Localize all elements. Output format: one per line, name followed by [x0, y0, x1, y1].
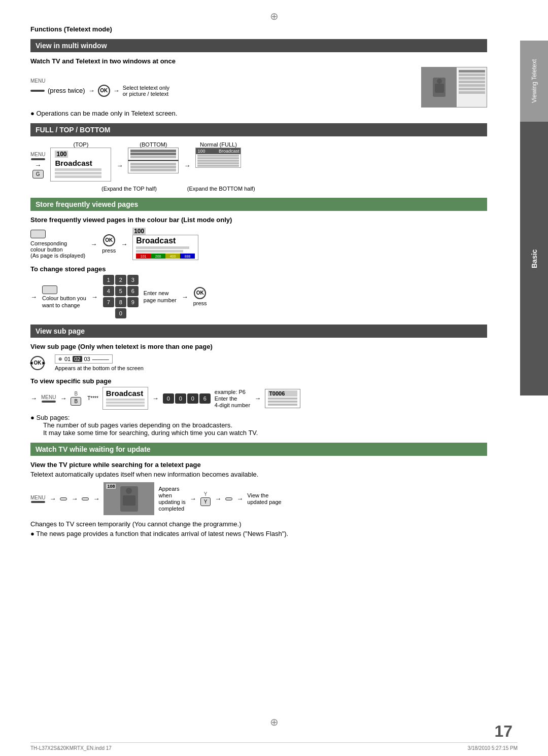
- ok-button-multi[interactable]: OK: [98, 85, 110, 97]
- digit-label: 4-digit number: [215, 402, 250, 408]
- key-5[interactable]: 5: [115, 286, 126, 296]
- right-sidebar: Viewing Teletext Basic: [520, 41, 548, 395]
- footer-left: TH-L37X2S&20KMRTX_EN.indd 17: [30, 745, 112, 751]
- broadcast-title-sp: Broadcast: [136, 236, 195, 245]
- broadcast-sub-box: Broadcast: [102, 387, 148, 410]
- corresponding-label: Corresponding: [30, 240, 85, 246]
- tv-illustration-wt: 108: [104, 482, 154, 515]
- digit-0-3[interactable]: 0: [187, 393, 198, 404]
- arrow-wt5: →: [215, 495, 221, 502]
- key-0[interactable]: 0: [115, 308, 126, 318]
- key-9[interactable]: 9: [127, 297, 139, 307]
- expand-bottom-label: (Expand the BOTTOM half): [187, 186, 255, 192]
- nav-btn-wt1[interactable]: [60, 497, 67, 500]
- colour-btn-you: Colour button you: [42, 295, 86, 301]
- view-multi-header: View in multi window: [30, 39, 487, 52]
- menu-button[interactable]: [30, 90, 45, 92]
- sub-page-nav-diagram: ◄OK► ⊕ 01 02 03 ——— Appears at the botto…: [30, 354, 487, 371]
- store-pages-note: (List mode only): [181, 216, 232, 224]
- key-4[interactable]: 4: [103, 286, 114, 296]
- functions-title: Functions (Teletext mode): [30, 25, 112, 33]
- crosshair-top: ⊕: [270, 10, 279, 22]
- crosshair-bottom: ⊕: [270, 716, 279, 728]
- change-stored-diagram: → Colour button you want to change → 1 2…: [30, 275, 487, 318]
- key-7[interactable]: 7: [103, 297, 114, 307]
- top-half-box: [128, 148, 179, 160]
- key-2[interactable]: 2: [115, 275, 126, 285]
- functions-title-section: Functions (Teletext mode): [30, 25, 487, 33]
- digit-6[interactable]: 6: [199, 393, 211, 404]
- expand-top-label: (Expand the TOP half): [101, 186, 157, 192]
- ftb-menu-label: MENU: [30, 152, 45, 157]
- page-wrapper: ⊕ Viewing Teletext Basic Functions (Tele…: [0, 0, 548, 756]
- as-page-label: (As page is displayed): [30, 253, 85, 259]
- nav-btn-wt2[interactable]: [82, 497, 89, 500]
- arrow-ftb2: →: [116, 162, 123, 169]
- ok-btn-ch[interactable]: OK: [194, 287, 206, 299]
- digit-0-1[interactable]: 0: [163, 393, 174, 404]
- t-label-ss: T****: [87, 395, 98, 401]
- arrow-ch2: →: [182, 293, 188, 301]
- digit-0-2[interactable]: 0: [175, 393, 186, 404]
- view-multi-section: View in multi window Watch TV and Telete…: [30, 39, 487, 117]
- arrow-wt2: →: [71, 495, 78, 502]
- specific-sub-diagram: → MENU → B B T**** Broadcast: [30, 387, 487, 410]
- colour-button-label: colour button: [30, 246, 85, 253]
- view-sub-page-section: View sub page View sub page (Only when t…: [30, 325, 487, 437]
- ok-btn-sp[interactable]: OK: [103, 234, 115, 246]
- arrow-ss3: →: [254, 394, 261, 402]
- arrow-ch1: →: [91, 293, 98, 301]
- or-label: or picture / teletext: [123, 91, 169, 97]
- menu-label: MENU: [30, 78, 45, 84]
- watch-tv-note: Teletext automatically updates itself wh…: [30, 471, 487, 478]
- page-footer: TH-L37X2S&20KMRTX_EN.indd 17 3/18/2010 5…: [30, 742, 518, 751]
- bottom-label: (BOTTOM): [140, 141, 167, 148]
- sidebar-basic: Basic: [520, 122, 548, 395]
- arrow-sp2: →: [121, 240, 127, 248]
- top-label: (TOP): [74, 141, 89, 148]
- example-label: example: P6: [215, 389, 250, 395]
- key-6[interactable]: 6: [127, 286, 139, 296]
- y-btn-wt[interactable]: Y: [200, 497, 211, 506]
- b-btn-ss[interactable]: B: [71, 397, 81, 406]
- menu-btn-ss[interactable]: [42, 401, 56, 403]
- store-pages-header: Store frequently viewed pages: [30, 198, 487, 211]
- sub-pages-note2: It may take some time for searching, dur…: [43, 429, 487, 437]
- nav-btn-wt3[interactable]: [225, 497, 232, 500]
- teletext-pane: [457, 67, 487, 107]
- store-pages-diagram: Corresponding colour button (As page is …: [30, 228, 487, 260]
- watch-tv-section: Watch TV while waiting for update View t…: [30, 443, 487, 537]
- menu-btn-wt[interactable]: [31, 501, 45, 503]
- key-8[interactable]: 8: [115, 297, 126, 307]
- normal-full-box: 100 Broadcast: [195, 148, 241, 168]
- digit-buttons: 0 0 0 6: [163, 393, 211, 404]
- press-label: press: [102, 247, 116, 254]
- arrow-sp1: →: [90, 240, 97, 248]
- tv-pane: [422, 67, 457, 107]
- key-1[interactable]: 1: [103, 275, 114, 285]
- enter-new-label: Enter new: [144, 290, 177, 296]
- view-label-wt: View the: [247, 492, 281, 498]
- arrow-wt6: →: [236, 495, 243, 502]
- change-colour-btn[interactable]: [42, 285, 57, 294]
- view-sub-page-subtitle: View sub page (Only when teletext is mor…: [30, 343, 487, 350]
- page-108-badge: 108: [106, 484, 116, 489]
- normal-full-label: Normal (FULL): [200, 141, 237, 148]
- view-sub-page-header: View sub page: [30, 325, 487, 338]
- broadcast-store-box: 100 Broadcast 101 200: [132, 228, 198, 260]
- ftb-menu-btn[interactable]: [31, 158, 45, 160]
- view-multi-subtitle: Watch TV and Teletext in two windows at …: [30, 57, 487, 65]
- bottom-half-box: [128, 161, 179, 173]
- appears-label: Appears at the bottom of the screen: [55, 365, 144, 371]
- store-pages-section: Store frequently viewed pages Store freq…: [30, 198, 487, 318]
- arrow-ss2: →: [152, 394, 159, 402]
- changes-note: Changes to TV screen temporarily (You ca…: [30, 520, 487, 528]
- colour-bar: 101 200 400 888: [136, 254, 195, 259]
- ftb-g-btn[interactable]: G: [32, 170, 44, 178]
- t0006-box: T0006: [265, 389, 300, 408]
- key-3[interactable]: 3: [127, 275, 139, 285]
- left-nav-btn[interactable]: ◄OK►: [30, 356, 45, 370]
- colour-btn-display[interactable]: [30, 230, 46, 238]
- want-to-change: want to change: [42, 302, 86, 308]
- arrow-1: →: [88, 87, 95, 94]
